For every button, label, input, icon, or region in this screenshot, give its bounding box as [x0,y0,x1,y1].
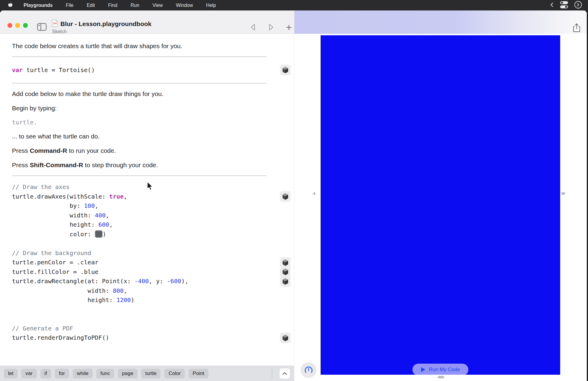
inline-code-hint: turtle. [0,119,294,126]
drawn-blue-rectangle [321,35,560,375]
completion-button-turtle[interactable]: turtle [141,369,161,378]
code-line[interactable]: height: 600, [0,220,294,230]
playgrounds-window: Blur - Lesson.playgroundbook Sketch + Th [0,10,587,381]
code-result-cube-icon[interactable] [280,65,291,75]
completion-button-func[interactable]: func [96,369,114,378]
editor-pane: The code below creates a turtle that wil… [0,34,294,381]
code-line[interactable]: width: 800, [0,286,294,296]
code-line[interactable] [0,314,294,324]
sidebar-toggle-button[interactable] [37,23,47,32]
previous-page-button[interactable] [248,22,258,33]
code-line[interactable]: height: 1200) [0,295,294,305]
run-my-code-button[interactable]: Run My Code [412,364,468,376]
menu-item-find[interactable]: Find [101,3,124,8]
axis-label-right: 00 [561,192,565,195]
document-content[interactable]: The code below creates a turtle that wil… [0,34,294,366]
code-line[interactable]: // Draw the axes [0,182,294,192]
code-block[interactable]: // Draw the axesturtle.drawAxes(withScal… [0,182,294,343]
menu-bar: PlaygroundsFileEditFindRunViewWindowHelp [0,0,588,10]
run-my-code-label: Run My Code [429,367,460,373]
code-completion-bar: letvarifforwhilefuncpageturtleColorPoint [0,366,294,381]
collapse-keyboard-button[interactable] [280,368,290,379]
axis-label-bottom: -600 [437,375,444,379]
completion-button-for[interactable]: for [55,369,69,378]
prose-paragraph: The code below creates a turtle that wil… [0,42,294,50]
menu-item-help[interactable]: Help [199,3,223,8]
run-speed-gauge-button[interactable] [301,362,316,378]
menu-status-icons [550,1,588,10]
code-line[interactable]: // Generate a PDF [0,324,294,333]
code-line[interactable]: turtle.fillColor = .blue [0,267,294,277]
code-line[interactable]: turtle.drawAxes(withScale: true, [0,192,294,202]
code-result-cube-icon[interactable] [280,333,291,343]
window-title: Blur - Lesson.playgroundbook [60,20,152,28]
code-result-cube-icon[interactable] [280,276,291,287]
section-divider [12,176,266,176]
title-group: Blur - Lesson.playgroundbook Sketch [51,19,152,34]
prose-paragraph: Add code below to make the turtle draw t… [0,90,294,98]
completion-button-let[interactable]: let [4,369,18,378]
titlebar: Blur - Lesson.playgroundbook Sketch + [0,10,587,34]
minimize-button[interactable] [15,23,20,28]
live-view-pane: -4 00 -600 Run My Code [295,34,587,381]
next-page-button[interactable] [266,22,276,33]
code-line[interactable] [0,305,294,315]
section-divider [12,83,266,83]
completion-button-while[interactable]: while [73,369,93,378]
completion-button-point[interactable]: Point [188,369,208,378]
prose-paragraph: Begin by typing: [0,104,294,112]
menu-item-view[interactable]: View [146,3,169,8]
code-line[interactable]: var turtle = Tortoise() [0,63,294,77]
menu-item-window[interactable]: Window [169,3,199,8]
menu-item-file[interactable]: File [59,3,80,8]
main-split-view: The code below creates a turtle that wil… [0,34,587,381]
document-icon [51,19,58,28]
axis-label-left: -4 [312,192,315,195]
code-line[interactable]: width: 400, [0,211,294,220]
window-subtitle: Sketch [52,29,152,34]
menu-app-name[interactable]: Playgrounds [17,3,59,8]
shortcuts-chevron-circle-icon[interactable] [574,1,582,10]
add-page-button[interactable]: + [284,22,294,33]
titlebar-preview-glow [294,10,587,34]
completion-button-color[interactable]: Color [164,369,185,378]
menu-items: PlaygroundsFileEditFindRunViewWindowHelp [17,3,223,8]
share-icon[interactable] [571,22,583,34]
completion-bar-divider [272,369,272,378]
code-line[interactable] [0,239,294,249]
play-icon [421,367,426,372]
color-literal-swatch[interactable] [95,230,103,238]
code-block[interactable]: var turtle = Tortoise() [0,63,294,77]
code-line[interactable]: turtle.penColor = .clear [0,258,294,267]
code-line[interactable]: color: ) [0,230,294,239]
chevron-left-icon[interactable] [550,2,554,9]
control-center-icon[interactable] [560,1,568,10]
prose-paragraph: ... to see what the turtle can do. [0,132,294,140]
code-line[interactable]: // Draw the background [0,249,294,258]
code-line[interactable]: by: 100, [0,201,294,211]
apple-menu-icon[interactable] [8,2,13,8]
zoom-button[interactable] [23,23,28,28]
completion-button-if[interactable]: if [40,369,51,378]
menu-item-edit[interactable]: Edit [80,3,102,8]
code-line[interactable]: turtle.drawRectangle(at: Point(x: -400, … [0,277,294,286]
section-divider [12,57,266,57]
completion-button-var[interactable]: var [21,369,37,378]
completion-button-page[interactable]: page [118,369,138,378]
code-line[interactable]: turtle.renderDrawingToPDF() [0,333,294,343]
close-button[interactable] [7,23,12,28]
prose-paragraph: Press Shift-Command-R to step through yo… [0,161,294,169]
code-result-cube-icon[interactable] [280,191,291,202]
menu-item-run[interactable]: Run [124,3,146,8]
page-navigation: + [248,22,294,33]
prose-paragraph: Press Command-R to run your code. [0,147,294,155]
